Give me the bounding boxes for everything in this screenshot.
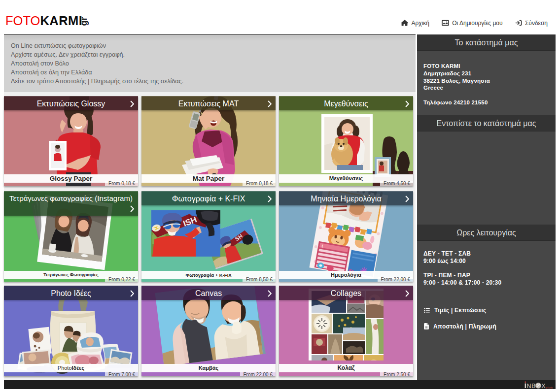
svg-text:N: N <box>527 383 531 389</box>
svg-text:B: B <box>531 383 535 389</box>
svg-text:X: X <box>541 383 546 389</box>
svg-text:photo: photo <box>545 386 553 389</box>
